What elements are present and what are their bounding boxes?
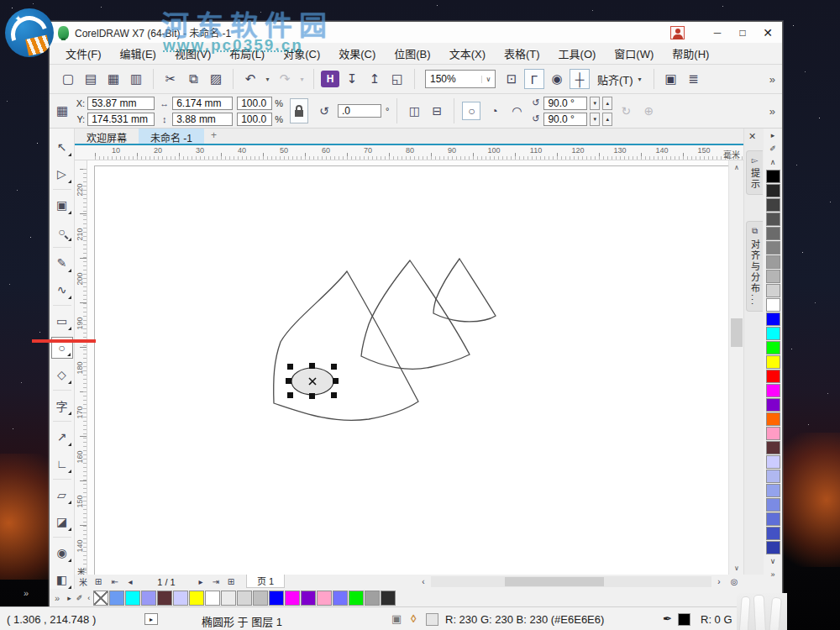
artistic-media-tool[interactable]: ∿ [51, 279, 73, 301]
drawing-canvas[interactable] [87, 160, 728, 575]
toolbox-overflow-button[interactable]: » [55, 593, 60, 603]
spin-up-button[interactable]: ▴ [602, 97, 612, 110]
add-page-button[interactable]: ⊞ [92, 575, 105, 588]
color-swatch[interactable] [173, 591, 188, 606]
color-swatch[interactable] [253, 591, 268, 606]
dimension-tool[interactable]: ↗ [51, 426, 73, 448]
menu-item[interactable]: 工具(O) [549, 43, 606, 64]
color-swatch[interactable] [766, 412, 780, 426]
curve-shape-3[interactable] [433, 259, 496, 322]
redo-dropdown-icon[interactable]: ▾ [297, 69, 307, 89]
freehand-tool[interactable]: ✎ [51, 252, 73, 274]
show-rulers-icon[interactable]: Γ [524, 69, 544, 89]
color-swatch[interactable] [301, 591, 316, 606]
x-position-field[interactable]: 53.87 mm [87, 97, 155, 110]
color-swatch[interactable] [333, 591, 348, 606]
export-icon[interactable]: ↥ [365, 69, 385, 89]
menu-item[interactable]: 效果(C) [329, 43, 385, 64]
minimize-button[interactable]: ─ [705, 24, 730, 42]
palette-scroll-up[interactable]: ∧ [770, 155, 776, 169]
transparency-tool[interactable]: ◪ [51, 511, 73, 533]
object-width-field[interactable]: 6.174 mm [172, 97, 233, 110]
curve-shape-2[interactable] [361, 260, 470, 369]
close-button[interactable]: ✕ [755, 24, 780, 42]
menu-item[interactable]: 文件(F) [56, 43, 111, 64]
color-swatch[interactable] [237, 591, 252, 606]
start-angle-field[interactable]: 90.0 ° [543, 97, 587, 110]
new-tab-button[interactable]: + [204, 128, 223, 144]
menu-item[interactable]: 表格(T) [495, 43, 549, 64]
selection-handle[interactable] [331, 364, 337, 370]
import-icon[interactable]: ↧ [342, 69, 362, 89]
color-swatch[interactable] [766, 184, 780, 197]
page-tab[interactable]: 页 1 [246, 575, 285, 588]
close-icon[interactable]: ✕ [748, 131, 756, 142]
scrollbar-thumb[interactable] [731, 318, 743, 347]
crop-tool[interactable]: ▣ [51, 194, 73, 216]
menu-item[interactable]: 帮助(H) [663, 43, 718, 64]
palette-expand[interactable]: » [770, 568, 774, 581]
color-swatch[interactable] [766, 327, 780, 340]
color-swatch[interactable] [365, 591, 380, 606]
scale-x-field[interactable]: 100.0 [237, 97, 272, 110]
navigator-button[interactable]: ◎ [727, 575, 742, 588]
color-swatch[interactable] [766, 355, 780, 369]
previous-page-button[interactable]: ◂ [123, 575, 137, 588]
docker-tab-hints[interactable]: ▻ 提示 [746, 150, 763, 195]
app-launcher-icon[interactable]: H [321, 71, 339, 87]
add-node-button[interactable]: ⊕ [639, 102, 658, 120]
add-page-button[interactable]: ⊞ [224, 575, 238, 588]
menu-item[interactable]: 布局(L) [220, 43, 274, 64]
scrollbar-thumb[interactable] [505, 577, 604, 586]
menu-item[interactable]: 编辑(E) [111, 43, 165, 64]
document-tab[interactable]: 未命名 -1 [139, 129, 204, 144]
color-swatch[interactable] [766, 455, 780, 469]
change-direction-button[interactable]: ↻ [617, 102, 635, 120]
vertical-ruler[interactable]: 220210200190180170160150140 [75, 160, 87, 575]
shape-tool[interactable]: ▷ [51, 163, 73, 185]
selection-handle[interactable] [309, 363, 315, 369]
color-swatch[interactable] [766, 198, 780, 212]
snap-crosshair-icon[interactable]: ┼ [570, 69, 590, 89]
color-swatch[interactable] [766, 470, 780, 483]
menu-item[interactable]: 窗口(W) [605, 43, 663, 64]
end-angle-field[interactable]: 90.0 ° [543, 113, 587, 126]
color-swatch[interactable] [766, 284, 780, 297]
menu-item[interactable]: 文本(X) [440, 43, 495, 64]
redo-icon[interactable]: ↷ [275, 69, 295, 89]
horizontal-scrollbar[interactable] [431, 576, 711, 587]
menu-item[interactable]: 对象(C) [274, 43, 329, 64]
property-bar-overflow-button[interactable]: » [769, 105, 775, 118]
dockers-icon[interactable]: ≣ [684, 69, 704, 89]
palette-flyout-icon[interactable]: ▸ [771, 129, 775, 142]
play-button[interactable]: ▸ [144, 613, 158, 625]
horizontal-ruler[interactable]: 毫米 102030405060708090100110120130140150 [75, 145, 743, 160]
color-swatch[interactable] [189, 591, 204, 606]
palette-scroll-down[interactable]: ∨ [770, 554, 776, 568]
ellipse-mode-button[interactable]: ○ [462, 102, 480, 120]
arc-mode-button[interactable]: ◠ [507, 102, 526, 120]
copy-icon[interactable]: ⧉ [183, 69, 203, 89]
last-page-button[interactable]: ⇥ [209, 575, 223, 588]
maximize-button[interactable]: □ [730, 24, 755, 42]
paste-icon[interactable]: ▨ [206, 69, 226, 89]
color-swatch[interactable] [766, 341, 780, 354]
pie-mode-button[interactable]: ◔ [485, 102, 503, 120]
color-swatch[interactable] [766, 270, 780, 283]
color-swatch[interactable] [766, 370, 780, 383]
spin-up-button[interactable]: ▴ [602, 113, 612, 126]
selection-handle[interactable] [333, 378, 339, 384]
connector-tool[interactable]: ∟ [51, 453, 73, 475]
menu-item[interactable]: 位图(B) [385, 43, 439, 64]
color-swatch[interactable] [766, 241, 780, 255]
mirror-vertical-button[interactable]: ⊟ [428, 102, 446, 120]
new-document-icon[interactable]: ▢ [58, 69, 78, 89]
color-swatch[interactable] [317, 591, 332, 606]
text-tool[interactable]: 字 [51, 395, 73, 417]
drop-shadow-tool[interactable]: ▱ [51, 484, 73, 506]
document-tab[interactable]: 欢迎屏幕 [75, 129, 139, 144]
object-origin-icon[interactable]: ▦ [56, 103, 68, 118]
rectangle-tool[interactable]: ▭ [51, 310, 73, 332]
color-swatch[interactable] [766, 398, 780, 412]
palette-scroll-left[interactable]: ‹ [87, 594, 90, 602]
